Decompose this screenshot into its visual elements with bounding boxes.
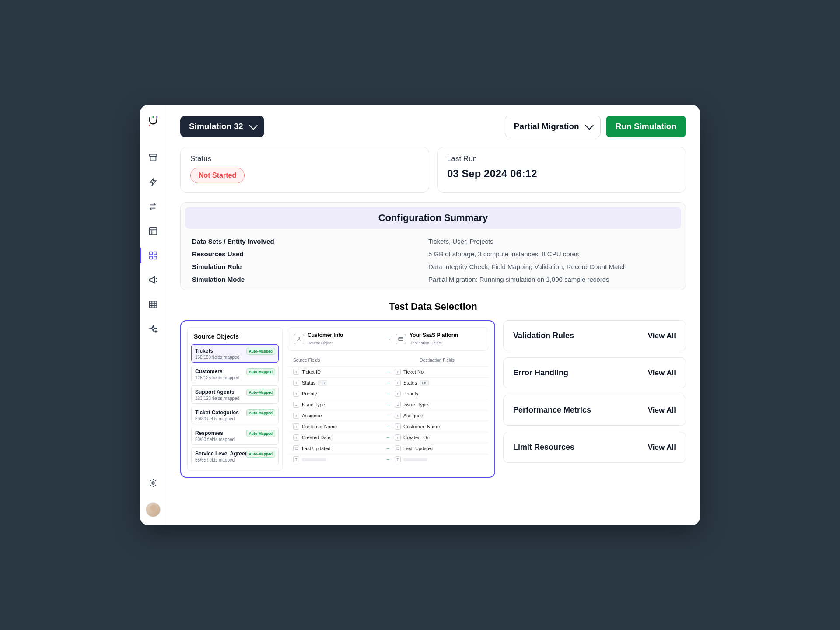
config-summary: Configuration Summary Data Sets / Entity… [180, 202, 686, 290]
fields-header: Source Fields Destination Fields [288, 354, 488, 366]
field-row-placeholder: T → T [288, 454, 488, 465]
test-section-title: Test Data Selection [180, 301, 686, 312]
field-type-icon: T [395, 434, 401, 441]
source-object-sub: 80/80 fields mapped [195, 437, 275, 442]
svg-point-18 [152, 482, 154, 484]
field-row[interactable]: TPriority→TPriority [288, 388, 488, 399]
auto-mapped-badge: Auto-Mapped [246, 368, 275, 375]
field-row[interactable]: TTicket ID→TTicket No. [288, 366, 488, 377]
config-row: Resources Used5 GB of storage, 3 compute… [185, 248, 681, 260]
source-object-sub: 65/65 fields mapped [195, 458, 275, 462]
arrow-right-icon: → [382, 413, 395, 418]
status-label: Status [190, 154, 419, 163]
fields-list: TTicket ID→TTicket No.TStatusPK→TStatusP… [288, 366, 488, 454]
nav-bolt[interactable] [140, 170, 166, 194]
config-row: Data Sets / Entity InvolvedTickets, User… [185, 235, 681, 248]
arrow-right-icon: → [382, 424, 395, 429]
field-type-icon: ☐ [395, 445, 401, 452]
dest-object-block: Your SaaS PlatformDestination Object [396, 332, 483, 346]
mode-label: Partial Migration [514, 122, 579, 131]
dest-field: TCustomer_Name [395, 424, 483, 430]
config-key: Simulation Rule [192, 263, 428, 270]
card-icon [396, 334, 406, 344]
app-logo [147, 116, 159, 128]
nav-archive[interactable] [140, 145, 166, 170]
status-row: Status Not Started Last Run 03 Sep 2024 … [180, 147, 686, 192]
view-all-link[interactable]: View All [648, 369, 676, 378]
arrow-right-icon: → [382, 380, 395, 385]
side-card-title: Limit Resources [513, 443, 574, 452]
status-pill: Not Started [190, 168, 245, 183]
nav-layout[interactable] [140, 219, 166, 243]
nav-table[interactable] [140, 292, 166, 317]
source-object-item[interactable]: Support Agents123/123 fields mappedAuto-… [191, 385, 279, 404]
nav-settings[interactable] [140, 471, 166, 495]
source-field: ☐Last Updated [293, 445, 382, 452]
svg-rect-12 [154, 256, 156, 259]
view-all-link[interactable]: View All [648, 332, 676, 340]
svg-rect-6 [149, 228, 157, 235]
source-field: ≡Issue Type [293, 402, 382, 408]
nav-transfer[interactable] [140, 194, 166, 219]
source-object-item[interactable]: Responses80/80 fields mappedAuto-Mapped [191, 427, 279, 445]
config-row: Simulation RuleData Integrity Check, Fie… [185, 260, 681, 273]
config-val: Data Integrity Check, Field Mapping Vali… [428, 263, 674, 270]
field-row[interactable]: TStatusPK→TStatusPK [288, 377, 488, 388]
svg-rect-4 [150, 156, 156, 161]
source-object-item[interactable]: Tickets150/150 fields mappedAuto-Mapped [191, 344, 279, 363]
simulation-selector[interactable]: Simulation 32 [180, 116, 264, 137]
svg-rect-13 [149, 301, 157, 308]
field-row[interactable]: TAssignee→TAssignee [288, 410, 488, 421]
field-row[interactable]: TCreated Date→TCreated_On [288, 432, 488, 443]
field-type-icon: ≡ [395, 402, 401, 408]
pk-badge: PK [318, 380, 327, 386]
field-type-icon: T [293, 424, 299, 430]
nav-sparkle[interactable] [140, 317, 166, 341]
source-objects-title: Source Objects [191, 332, 279, 344]
last-run-card: Last Run 03 Sep 2024 06:12 [437, 147, 686, 192]
side-card[interactable]: Validation RulesView All [503, 320, 686, 351]
source-object-item[interactable]: Service Level Agreements65/65 fields map… [191, 447, 279, 466]
mapping-panel: Customer InfoSource Object → Your SaaS P… [288, 327, 488, 471]
run-simulation-button[interactable]: Run Simulation [606, 116, 686, 137]
svg-point-0 [152, 116, 154, 118]
side-card[interactable]: Error HandlingView All [503, 357, 686, 388]
side-card[interactable]: Limit ResourcesView All [503, 432, 686, 463]
arrow-right-icon: → [385, 336, 391, 343]
nav-announce[interactable] [140, 268, 166, 292]
config-row: Simulation ModePartial Migration: Runnin… [185, 273, 681, 286]
side-card-title: Error Handling [513, 368, 568, 378]
view-all-link[interactable]: View All [648, 406, 676, 415]
field-type-icon: T [395, 424, 401, 430]
source-object-item[interactable]: Customers125/125 fields mappedAuto-Mappe… [191, 365, 279, 383]
source-field: TCustomer Name [293, 424, 382, 430]
svg-point-1 [156, 116, 158, 118]
side-card[interactable]: Performance MetricsView All [503, 395, 686, 426]
field-row[interactable]: ≡Issue Type→≡Issue_Type [288, 399, 488, 410]
field-type-icon: T [293, 434, 299, 441]
source-object-item[interactable]: Ticket Categories80/80 fields mappedAuto… [191, 406, 279, 424]
field-type-icon: ☐ [293, 445, 299, 452]
svg-rect-11 [149, 256, 152, 259]
last-run-value: 03 Sep 2024 06:12 [447, 168, 676, 180]
field-type-icon: T [293, 391, 299, 397]
dest-field: TTicket No. [395, 369, 483, 375]
field-row[interactable]: TCustomer Name→TCustomer_Name [288, 421, 488, 432]
chevron-down-icon [585, 121, 594, 130]
arrow-right-icon: → [382, 435, 395, 440]
arrow-right-icon: → [382, 402, 395, 407]
view-all-link[interactable]: View All [648, 443, 676, 452]
svg-rect-9 [149, 252, 152, 255]
nav-dashboard[interactable] [140, 243, 166, 268]
user-avatar[interactable] [146, 502, 161, 517]
svg-point-2 [149, 125, 150, 126]
field-row[interactable]: ☐Last Updated→☐Last_Updated [288, 443, 488, 454]
sidebar [140, 105, 166, 525]
auto-mapped-badge: Auto-Mapped [246, 430, 275, 437]
dest-field: TPriority [395, 391, 483, 397]
chevron-down-icon [249, 121, 258, 130]
source-objects-list: Source Objects Tickets150/150 fields map… [187, 327, 283, 471]
mode-selector[interactable]: Partial Migration [505, 116, 601, 137]
svg-point-19 [298, 337, 300, 339]
source-object-sub: 150/150 fields mapped [195, 355, 275, 360]
